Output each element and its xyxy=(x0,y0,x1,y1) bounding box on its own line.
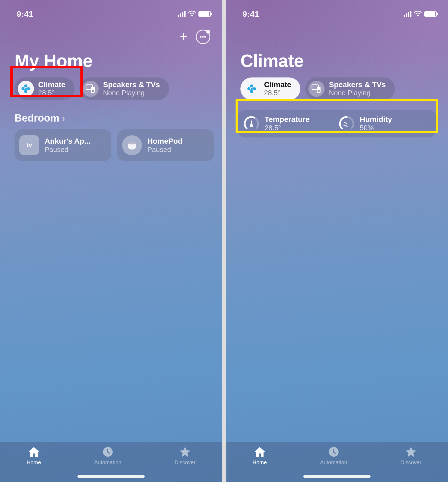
battery-icon xyxy=(198,11,211,17)
screenshot-my-home: 9:41 + My Home Climate xyxy=(0,0,222,482)
card-apple-tv-status: Paused xyxy=(45,146,91,154)
home-icon xyxy=(253,446,266,458)
sensor-temperature-value: 28.5° xyxy=(265,124,310,132)
chevron-right-icon: › xyxy=(62,113,65,123)
tab-discover-label: Discover xyxy=(175,459,195,466)
category-chips: Climate 28.5° Speakers & TVs None Playin… xyxy=(226,77,448,100)
page-title: My Home xyxy=(0,44,222,77)
chip-speakers-value: None Playing xyxy=(329,89,386,97)
sensor-humidity[interactable]: Humidity 50% xyxy=(338,115,431,132)
humidity-gauge-icon xyxy=(338,115,355,132)
sensor-temperature[interactable]: Temperature 28.5° xyxy=(243,115,336,132)
chip-speakers-label: Speakers & TVs xyxy=(103,80,160,89)
card-homepod-status: Paused xyxy=(147,146,183,154)
header-controls: + xyxy=(0,22,222,44)
chip-speakers[interactable]: Speakers & TVs None Playing xyxy=(79,77,169,100)
svg-point-5 xyxy=(129,142,136,144)
clock-icon xyxy=(327,446,340,458)
cellular-signal-icon xyxy=(404,11,411,17)
temperature-gauge-icon xyxy=(243,115,260,132)
fan-icon xyxy=(18,81,34,97)
svg-point-3 xyxy=(92,90,94,92)
star-icon xyxy=(404,446,417,458)
card-apple-tv-title: Ankur's Ap... xyxy=(45,137,91,146)
svg-point-7 xyxy=(251,88,253,90)
device-cards: tv Ankur's Ap... Paused HomePod Paused xyxy=(0,129,222,161)
status-indicators xyxy=(404,11,437,17)
svg-point-14 xyxy=(250,124,253,127)
status-time: 9:41 xyxy=(17,9,33,19)
apple-tv-icon: tv xyxy=(19,135,39,155)
tab-home-label: Home xyxy=(253,459,267,466)
wifi-icon xyxy=(188,11,196,17)
tab-discover[interactable]: Discover xyxy=(400,446,421,466)
status-time: 9:41 xyxy=(243,9,259,19)
tab-automation[interactable]: Automation xyxy=(94,446,121,466)
chip-climate-label: Climate xyxy=(264,80,291,89)
chip-climate-value: 28.5° xyxy=(264,89,291,97)
tab-discover[interactable]: Discover xyxy=(175,446,195,466)
sensor-temperature-label: Temperature xyxy=(265,115,310,124)
tab-automation-label: Automation xyxy=(320,459,347,466)
chip-climate[interactable]: Climate 28.5° xyxy=(240,77,300,100)
chip-climate-value: 28.5° xyxy=(38,89,65,97)
card-apple-tv[interactable]: tv Ankur's Ap... Paused xyxy=(15,129,111,161)
room-header-bedroom[interactable]: Bedroom › xyxy=(0,100,222,129)
chip-speakers-value: None Playing xyxy=(103,89,160,97)
home-icon xyxy=(27,446,40,458)
room-name: Bedroom xyxy=(15,112,59,124)
chip-climate-label: Climate xyxy=(38,80,65,89)
screenshot-climate: 9:41 + Climate Climate 28.5° xyxy=(226,0,448,482)
fan-icon xyxy=(244,81,260,97)
speakers-tv-icon xyxy=(83,81,99,97)
homepod-icon xyxy=(122,135,142,155)
home-indicator[interactable] xyxy=(303,475,371,478)
tab-home-label: Home xyxy=(27,459,41,466)
page-title: Climate xyxy=(226,44,448,77)
star-icon xyxy=(179,446,191,458)
card-homepod-title: HomePod xyxy=(147,137,183,146)
tab-automation-label: Automation xyxy=(94,459,121,466)
sensor-summary[interactable]: Temperature 28.5° Humidity 50% xyxy=(238,110,436,137)
chip-climate[interactable]: Climate 28.5° xyxy=(15,77,74,100)
home-indicator[interactable] xyxy=(77,475,145,478)
speakers-tv-icon xyxy=(308,81,325,97)
status-bar: 9:41 xyxy=(0,0,222,22)
chip-speakers-label: Speakers & TVs xyxy=(329,80,386,89)
tab-discover-label: Discover xyxy=(400,459,421,466)
clock-icon xyxy=(101,446,114,458)
tab-home[interactable]: Home xyxy=(27,446,41,466)
svg-point-10 xyxy=(318,90,320,92)
sensor-humidity-value: 50% xyxy=(360,124,392,132)
cellular-signal-icon xyxy=(178,11,186,17)
status-bar: 9:41 xyxy=(226,0,448,22)
svg-point-0 xyxy=(25,88,27,90)
battery-icon xyxy=(424,11,437,17)
tab-home[interactable]: Home xyxy=(253,446,267,466)
add-button[interactable]: + xyxy=(180,30,188,44)
category-chips: Climate 28.5° Speakers & TVs None Playin… xyxy=(0,77,222,100)
wifi-icon xyxy=(414,11,422,17)
sensor-humidity-label: Humidity xyxy=(360,115,392,124)
more-options-button[interactable] xyxy=(196,30,210,44)
chip-speakers[interactable]: Speakers & TVs None Playing xyxy=(305,77,395,100)
card-homepod[interactable]: HomePod Paused xyxy=(117,129,214,161)
status-indicators xyxy=(178,11,211,17)
tab-automation[interactable]: Automation xyxy=(320,446,347,466)
